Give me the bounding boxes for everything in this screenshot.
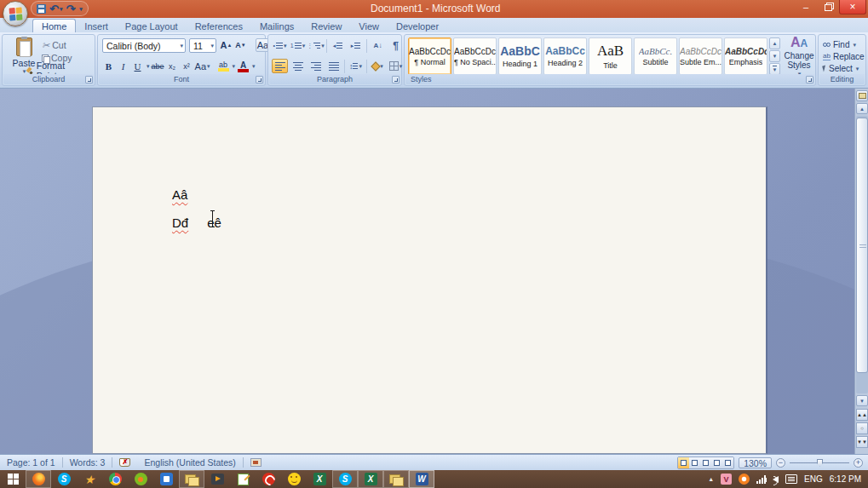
vertical-scrollbar[interactable]: ▲ ▼ ▲▲ ○ ▼▼ <box>854 89 868 454</box>
taskbar-green-app[interactable] <box>128 470 153 488</box>
zoom-in-button[interactable]: + <box>854 458 863 468</box>
zoom-out-button[interactable]: − <box>776 458 785 468</box>
grow-font-button[interactable]: A▲ <box>220 38 233 52</box>
underline-button[interactable]: U <box>131 60 144 73</box>
zoom-slider-track[interactable] <box>790 462 849 463</box>
decrease-indent-button[interactable]: ◂ <box>330 38 346 53</box>
taskbar-messenger[interactable] <box>153 470 179 488</box>
input-language-indicator[interactable]: ENG <box>804 474 823 484</box>
language-indicator[interactable]: English (United States) <box>137 455 242 470</box>
shrink-font-button[interactable]: A▼ <box>234 38 247 52</box>
bullets-button[interactable]: •▾ <box>272 38 288 53</box>
clock[interactable]: 6:12 PM <box>830 474 861 484</box>
tray-orange-app-icon[interactable] <box>739 474 750 485</box>
scrollbar-thumb[interactable] <box>856 118 868 373</box>
taskbar-chrome[interactable] <box>102 470 128 488</box>
customize-qat-button[interactable]: ▾ <box>78 6 83 12</box>
italic-button[interactable]: I <box>117 60 129 73</box>
office-button[interactable] <box>3 1 28 26</box>
select-browse-object-button[interactable]: ○ <box>856 422 868 434</box>
multilevel-list-button[interactable]: ⋮▾ <box>308 38 324 53</box>
taskbar-folders[interactable] <box>179 470 204 488</box>
taskbar-excel-running[interactable]: X <box>358 470 383 488</box>
proofing-status[interactable]: ✗ <box>112 455 137 470</box>
tab-view[interactable]: View <box>350 20 388 32</box>
redo-button[interactable]: ↷ <box>66 3 75 14</box>
style-normal[interactable]: AaBbCcDc ¶ Normal <box>408 37 451 75</box>
scrollbar-track[interactable] <box>856 116 868 393</box>
sort-button[interactable]: A↓ <box>370 38 386 53</box>
taskbar-firefox[interactable] <box>26 470 51 488</box>
hidden-icons-button[interactable]: ▲ <box>708 476 714 482</box>
zoom-level[interactable]: 130% <box>739 457 772 468</box>
style-subtle-emphasis[interactable]: AaBbCcDc Subtle Em... <box>679 37 722 75</box>
font-name-combo[interactable]: Calibri (Body) ▾ <box>102 38 186 53</box>
highlight-dropdown-icon[interactable]: ▾ <box>233 63 236 70</box>
style-title[interactable]: AaB Title <box>589 37 632 75</box>
outline-view-button[interactable] <box>711 457 722 468</box>
taskbar-skype[interactable]: S <box>51 470 77 488</box>
tab-references[interactable]: References <box>187 20 251 32</box>
tab-review[interactable]: Review <box>302 20 350 32</box>
style-no-spacing[interactable]: AaBbCcDc ¶ No Spaci... <box>453 37 497 75</box>
align-center-button[interactable] <box>290 59 306 73</box>
superscript-button[interactable]: x² <box>181 60 193 73</box>
styles-dialog-launcher[interactable] <box>806 76 813 83</box>
taskbar-excel-pinned[interactable]: X <box>307 470 332 488</box>
volume-icon[interactable] <box>773 476 779 483</box>
bold-button[interactable]: B <box>102 60 115 73</box>
clipboard-dialog-launcher[interactable] <box>85 76 93 83</box>
font-color-button[interactable]: A <box>237 60 250 73</box>
style-heading-2[interactable]: AaBbCc Heading 2 <box>543 37 587 75</box>
change-case-button[interactable]: Aa▾ <box>195 60 210 73</box>
styles-scroll-down-button[interactable]: ▼ <box>769 50 780 62</box>
numbering-button[interactable]: 1▾ <box>290 38 306 53</box>
font-color-dropdown-icon[interactable]: ▾ <box>252 63 256 70</box>
word-count[interactable]: Words: 3 <box>63 455 112 470</box>
draft-view-button[interactable] <box>722 457 733 468</box>
full-screen-reading-view-button[interactable] <box>689 457 700 468</box>
taskbar-notes-app[interactable] <box>230 470 256 488</box>
strikethrough-button[interactable]: abe <box>152 60 164 73</box>
undo-button[interactable]: ↶▾ <box>49 3 62 14</box>
close-button[interactable]: × <box>839 0 866 14</box>
taskbar-word-active[interactable]: W <box>409 470 434 488</box>
borders-button[interactable]: ▾ <box>388 59 404 73</box>
select-button[interactable]: Select ▾ <box>823 63 859 74</box>
increase-indent-button[interactable]: ▸ <box>348 38 364 53</box>
tab-home[interactable]: Home <box>32 19 76 32</box>
font-dialog-launcher[interactable] <box>256 76 263 83</box>
paragraph-dialog-launcher[interactable] <box>392 76 400 83</box>
taskbar-call-app[interactable] <box>256 470 281 488</box>
taskbar-file-explorer[interactable] <box>383 470 409 488</box>
ruler-toggle-button[interactable] <box>856 90 868 101</box>
tab-developer[interactable]: Developer <box>388 20 447 32</box>
tray-v-app-icon[interactable]: V <box>721 474 732 485</box>
replace-button[interactable]: ab Replace <box>823 51 865 62</box>
underline-dropdown-icon[interactable]: ▾ <box>147 63 150 70</box>
taskbar-emoji-app[interactable] <box>281 470 307 488</box>
styles-scroll-up-button[interactable]: ▲ <box>769 37 780 49</box>
minimize-button[interactable]: – <box>795 0 817 14</box>
change-styles-button[interactable]: AA Change Styles ▾ <box>783 37 815 76</box>
taskbar-media-app[interactable] <box>204 470 230 488</box>
align-left-button[interactable] <box>272 59 288 73</box>
line-spacing-button[interactable]: ↕▾ <box>348 59 364 73</box>
scroll-down-button[interactable]: ▼ <box>856 395 868 406</box>
scroll-up-button[interactable]: ▲ <box>856 103 868 114</box>
tab-insert[interactable]: Insert <box>76 20 117 32</box>
style-emphasis[interactable]: AaBbCcDc Emphasis <box>724 37 767 75</box>
previous-page-button[interactable]: ▲▲ <box>856 409 868 421</box>
save-button[interactable] <box>37 4 46 14</box>
tab-page-layout[interactable]: Page Layout <box>117 20 187 32</box>
highlight-button[interactable]: ab <box>217 60 230 73</box>
zoom-slider-thumb[interactable] <box>817 459 823 467</box>
shading-button[interactable]: ▾ <box>370 59 386 73</box>
tab-mailings[interactable]: Mailings <box>251 20 302 32</box>
macro-record-button[interactable] <box>244 455 268 470</box>
web-layout-view-button[interactable] <box>700 457 711 468</box>
style-heading-1[interactable]: AaBbC Heading 1 <box>498 37 542 75</box>
style-subtitle[interactable]: AaBbCc. Subtitle <box>634 37 677 75</box>
taskbar-skype-running[interactable]: S <box>332 470 358 488</box>
taskbar-bookmarks[interactable]: ★ <box>77 470 102 488</box>
